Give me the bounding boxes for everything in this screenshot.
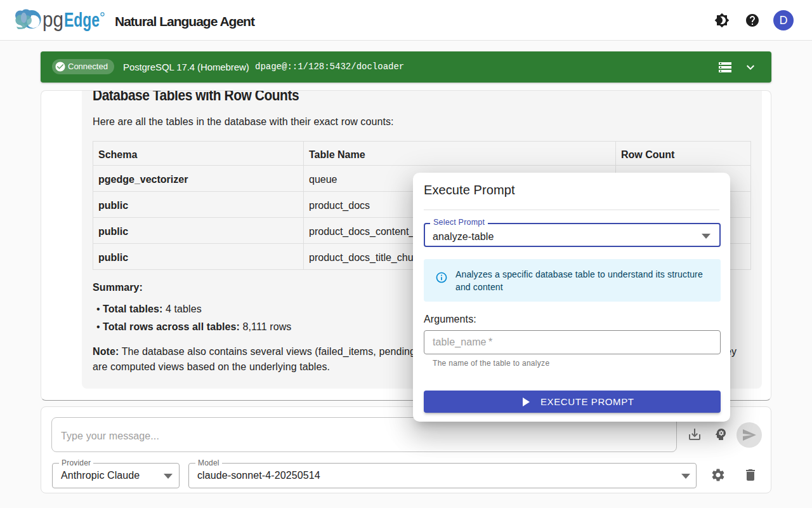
svg-text:Edge: Edge (64, 9, 100, 31)
svg-text:pg: pg (43, 9, 63, 31)
